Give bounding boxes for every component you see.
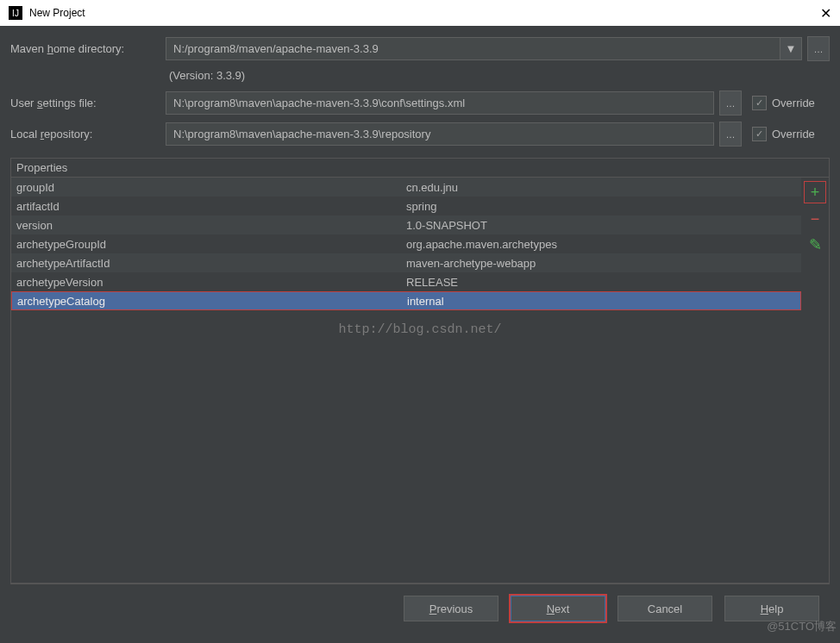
user-settings-override[interactable]: ✓ Override [752,96,830,110]
local-repo-label: Local repository: [10,128,166,140]
table-row[interactable]: version 1.0-SNAPSHOT [11,215,801,234]
checkbox-checked-icon: ✓ [752,127,767,141]
remove-icon[interactable]: − [805,209,825,229]
user-settings-browse-button[interactable]: … [719,91,742,115]
table-row[interactable]: artifactId spring [11,197,801,215]
watermark-text: http://blog.csdn.net/ [11,322,829,337]
user-settings-label: User settings file: [10,97,166,109]
table-row[interactable]: archetypeGroupId org.apache.maven.archet… [11,234,801,253]
user-settings-row: User settings file: … ✓ Override [10,91,830,115]
properties-table[interactable]: groupId cn.edu.jnu artifactId spring ver… [11,178,801,583]
cancel-button[interactable]: Cancel [617,596,712,621]
local-repo-input[interactable] [166,122,714,146]
maven-home-browse-button[interactable]: … [807,36,830,61]
edit-icon[interactable]: ✎ [805,234,825,255]
table-row-selected[interactable]: archetypeCatalog internal [11,291,801,310]
maven-home-row: Maven home directory: ▼ … [10,36,830,61]
local-repo-browse-button[interactable]: … [719,122,742,147]
help-button[interactable]: Help [724,596,819,621]
app-icon: IJ [9,6,22,20]
checkbox-checked-icon: ✓ [752,96,767,110]
properties-panel: Properties groupId cn.edu.jnu artifactId… [10,158,830,584]
window-title: New Project [29,7,85,19]
local-repo-override[interactable]: ✓ Override [752,127,830,141]
properties-header: Properties [11,159,829,178]
add-icon[interactable]: + [804,181,826,203]
table-row[interactable]: groupId cn.edu.jnu [11,178,801,197]
new-project-dialog: IJ New Project ✕ Maven home directory: ▼… [0,0,840,643]
previous-button[interactable]: Previous [404,596,498,621]
dialog-body: Maven home directory: ▼ … (Version: 3.3.… [0,26,840,643]
maven-version-note: (Version: 3.3.9) [169,69,830,82]
next-button[interactable]: Next [511,596,605,621]
dialog-footer: Previous Next Cancel Help [10,584,830,633]
maven-home-label: Maven home directory: [10,42,166,55]
table-row[interactable]: archetypeVersion RELEASE [11,272,801,291]
maven-home-input[interactable] [166,37,780,60]
close-icon[interactable]: ✕ [820,5,831,22]
table-row[interactable]: archetypeArtifactId maven-archetype-weba… [11,253,801,272]
user-settings-input[interactable] [166,91,714,115]
properties-toolbar: + − ✎ [801,178,829,583]
maven-home-dropdown[interactable]: ▼ [780,37,802,60]
titlebar: IJ New Project ✕ [0,0,840,26]
local-repo-row: Local repository: … ✓ Override [10,122,830,147]
